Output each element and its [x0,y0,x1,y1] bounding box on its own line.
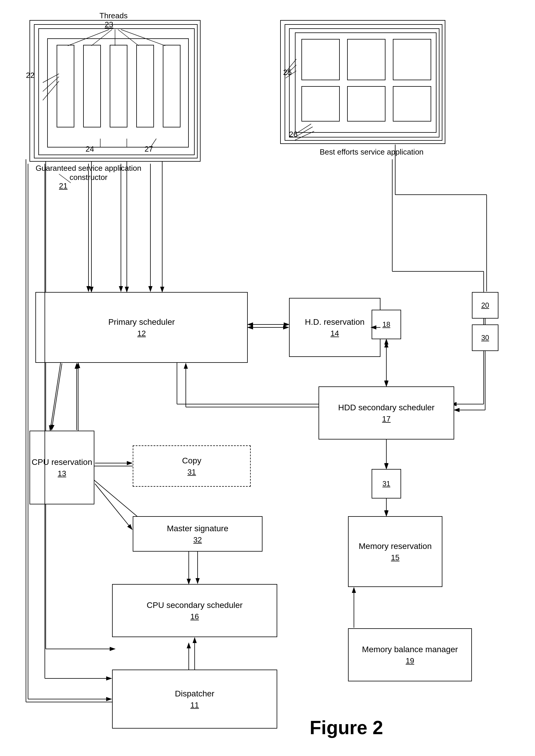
copy-label: Copy [182,456,201,466]
svg-line-71 [95,484,132,529]
cpu-secondary-number: 16 [190,612,199,621]
box-20: 20 [472,292,498,319]
cpu-reservation-box: CPU reservation 13 [30,431,94,504]
hd-reservation-number: 14 [331,329,339,338]
gsac-inner [47,38,189,148]
box-30: 30 [472,324,498,351]
hd-reservation-label: H.D. reservation [305,317,365,327]
memory-reservation-number: 15 [391,553,400,562]
besa-label: Best efforts service application [295,148,448,156]
box-18: 18 [372,310,401,339]
dispatcher-box: Dispatcher 11 [112,670,277,729]
cpu-secondary-box: CPU secondary scheduler 16 [112,584,277,637]
svg-line-22 [50,354,62,431]
num-27: 27 [145,145,153,154]
num-21: 21 [59,182,68,190]
copy-number: 31 [187,467,196,477]
master-signature-box: Master signature 32 [133,516,263,551]
hdd-secondary-number: 17 [382,414,391,424]
box-31: 31 [372,469,401,498]
gsac-label: Guaranteed service application construct… [30,164,148,182]
memory-reservation-label: Memory reservation [359,541,432,551]
cpu-reservation-number: 13 [58,469,66,478]
memory-balance-label: Memory balance manager [362,644,458,655]
dispatcher-number: 11 [190,701,199,710]
hd-reservation-box: H.D. reservation 14 [289,298,380,357]
besa-inner [295,32,436,133]
copy-box: Copy 31 [133,445,251,487]
num-23: 23 [105,20,113,29]
primary-scheduler-box: Primary scheduler 12 [35,292,248,363]
memory-balance-number: 19 [406,656,414,665]
primary-scheduler-number: 12 [137,329,146,338]
figure-label: Figure 2 [310,717,383,739]
master-signature-number: 32 [193,535,202,545]
memory-balance-box: Memory balance manager 19 [348,628,472,681]
master-signature-label: Master signature [167,523,229,534]
threads-label: Threads [92,11,136,20]
memory-reservation-box: Memory reservation 15 [348,516,442,587]
num-25: 25 [283,68,292,77]
primary-scheduler-label: Primary scheduler [108,317,175,327]
num-24: 24 [86,145,94,154]
cpu-secondary-label: CPU secondary scheduler [147,600,242,611]
cpu-reservation-label: CPU reservation [32,457,92,467]
svg-line-68 [52,363,62,430]
hdd-secondary-box: HDD secondary scheduler 17 [319,386,454,439]
dispatcher-label: Dispatcher [175,688,214,699]
num-22: 22 [26,71,35,80]
num-26: 26 [289,130,297,139]
hdd-secondary-label: HDD secondary scheduler [338,402,435,413]
